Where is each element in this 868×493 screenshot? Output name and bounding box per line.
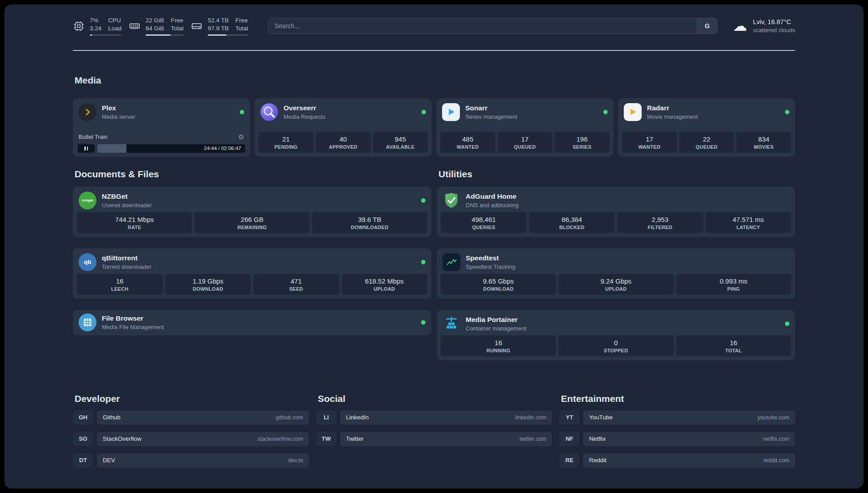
- bookmark-linkedin[interactable]: LI LinkedIn linkedin.com: [316, 410, 552, 425]
- stat-tile: 1.19 Gbps DOWNLOAD: [165, 274, 251, 295]
- service-card-portainer[interactable]: Media Portainer Container management 16 …: [437, 310, 795, 360]
- service-name: File Browser: [102, 314, 164, 322]
- stat-label: LEECH: [79, 286, 161, 292]
- bookmark-reddit[interactable]: RE Reddit reddit.com: [559, 453, 795, 468]
- status-dot: [421, 320, 426, 325]
- speedtest-stats: 9.65 Gbps DOWNLOAD 9.24 Gbps UPLOAD 0.99…: [441, 274, 791, 295]
- service-card-sonarr[interactable]: Sonarr Series management 485 WANTED 17 Q…: [436, 98, 613, 157]
- stat-label: AVAILABLE: [375, 144, 426, 150]
- adguard-icon: [442, 192, 460, 209]
- service-description: Usenet downloader: [102, 202, 152, 209]
- status-dot: [240, 110, 244, 114]
- stat-label: LATENCY: [707, 225, 790, 230]
- service-name: AdGuard Home: [466, 192, 519, 201]
- portainer-header: Media Portainer Container management: [441, 314, 791, 334]
- disk-values: 52.4 TB 97.9 TB: [208, 17, 229, 33]
- stat-tile: 16 LEECH: [77, 274, 163, 295]
- service-card-radarr[interactable]: Radarr Movie management 17 WANTED 22 QUE…: [618, 98, 795, 157]
- bookmark-url: reddit.com: [764, 457, 789, 464]
- stat-value: 39.6 TB: [314, 216, 426, 223]
- stat-tile: 9.24 Gbps UPLOAD: [558, 274, 673, 295]
- memory-free: 22 GiB: [146, 17, 164, 25]
- stat-value: 498,461: [442, 216, 525, 223]
- disk-total: 97.9 TB: [208, 25, 229, 33]
- stat-tile: 22 QUEUED: [679, 132, 734, 153]
- stat-label: UPLOAD: [560, 286, 672, 292]
- section-title-social: Social: [318, 393, 552, 404]
- search-provider-button[interactable]: G: [697, 18, 717, 33]
- weather-location: Lviv, 16.87°C: [753, 18, 795, 25]
- status-dot: [785, 110, 789, 114]
- search-bar: G: [268, 18, 718, 34]
- bookmark-youtube[interactable]: YT YouTube youtube.com: [559, 410, 795, 425]
- service-card-qbittorrent[interactable]: qb qBittorrent Torrent downloader 16 LEE…: [73, 248, 431, 299]
- stat-label: DOWNLOAD: [167, 286, 250, 292]
- stat-value: 471: [255, 277, 338, 285]
- header-divider: [73, 50, 795, 51]
- service-description: DNS and adblocking: [466, 202, 519, 209]
- bookmark-netflix[interactable]: NF Netflix netflix.com: [559, 432, 795, 446]
- bookmark-stackoverflow[interactable]: SO StackOverflow stackoverflow.com: [73, 432, 309, 446]
- service-card-plex[interactable]: Plex Media server Bullet Train ⚙ 24:44 /…: [73, 98, 250, 157]
- service-description: Movie management: [647, 113, 698, 120]
- cpu-icon: [73, 20, 85, 32]
- sonarr-stats: 485 WANTED 17 QUEUED 196 SERIES: [440, 132, 609, 153]
- bookmark-abbr: NF: [559, 432, 580, 446]
- stat-label: QUEUED: [499, 144, 551, 150]
- stat-value: 16: [678, 339, 789, 347]
- bookmark-twitter[interactable]: TW Twitter twitter.com: [316, 432, 552, 446]
- stat-label: APPROVED: [317, 144, 369, 150]
- service-description: Series management: [465, 113, 517, 120]
- status-dot: [785, 322, 789, 326]
- plex-icon: [79, 103, 96, 121]
- service-description: Torrent downloader: [102, 263, 151, 270]
- service-card-adguard[interactable]: AdGuard Home DNS and adblocking 498,461 …: [437, 187, 795, 237]
- disk-widget: 52.4 TB 97.9 TB Free Total: [191, 17, 248, 36]
- cpu-values: 7% 3.24: [90, 17, 101, 33]
- stat-label: UPLOAD: [343, 286, 426, 292]
- search-input[interactable]: [268, 18, 697, 33]
- stat-label: WANTED: [442, 144, 493, 150]
- stat-tile: 2,953 FILTERED: [617, 212, 703, 233]
- adguard-header: AdGuard Home DNS and adblocking: [441, 191, 791, 210]
- nzbget-header: nzbget NZBGet Usenet downloader: [77, 191, 427, 210]
- stat-value: 0: [560, 339, 672, 347]
- stat-value: 0.993 ms: [678, 277, 789, 285]
- gear-icon[interactable]: ⚙: [238, 133, 244, 141]
- weather-condition: scattered clouds: [753, 27, 795, 33]
- bookmark-abbr: TW: [316, 432, 337, 446]
- service-card-filebrowser[interactable]: File Browser Media File Management: [73, 310, 431, 335]
- bookmarks-developer: Developer GH Github github.com SO StackO…: [73, 393, 309, 475]
- stat-tile: 618.52 Mbps UPLOAD: [342, 274, 428, 295]
- stat-label: TOTAL: [678, 348, 789, 353]
- service-card-speedtest[interactable]: Speedtest Speedtest Tracking 9.65 Gbps D…: [437, 248, 795, 299]
- service-description: Speedtest Tracking: [466, 263, 515, 270]
- bookmark-pill: DEV dev.to: [97, 453, 309, 468]
- stat-value: 1.19 Gbps: [167, 277, 250, 285]
- bookmark-name: Reddit: [589, 457, 606, 464]
- stat-tile: 266 GB REMAINING: [194, 212, 309, 233]
- service-description: Container management: [466, 325, 526, 332]
- disk-icon: [191, 20, 203, 32]
- pause-button[interactable]: [78, 144, 95, 153]
- radarr-stats: 17 WANTED 22 QUEUED 834 MOVIES: [622, 132, 791, 153]
- stat-value: 17: [499, 135, 551, 143]
- playback-progress-bar[interactable]: 24:44 / 02:06:47: [97, 144, 245, 153]
- stat-tile: 16 RUNNING: [441, 335, 556, 356]
- stat-label: BLOCKED: [531, 225, 613, 230]
- bookmarks-social: Social LI LinkedIn linkedin.com TW Twitt…: [316, 393, 552, 453]
- stat-label: FILTERED: [619, 225, 701, 230]
- bookmark-abbr: SO: [73, 432, 93, 446]
- bookmark-pill: Twitter twitter.com: [340, 432, 552, 446]
- bookmark-pill: StackOverflow stackoverflow.com: [97, 432, 309, 446]
- bookmark-url: github.com: [276, 414, 303, 421]
- now-playing-title: Bullet Train: [79, 134, 108, 140]
- stat-value: 196: [556, 135, 608, 143]
- bookmark-dev-to[interactable]: DT DEV dev.to: [73, 453, 309, 468]
- service-card-overseerr[interactable]: Overseerr Media Requests 21 PENDING 40 A…: [255, 98, 432, 157]
- stat-tile: 40 APPROVED: [316, 132, 371, 153]
- stat-label: SEED: [255, 286, 338, 292]
- speedtest-icon: [442, 253, 460, 271]
- bookmark-github[interactable]: GH Github github.com: [73, 410, 309, 425]
- service-card-nzbget[interactable]: nzbget NZBGet Usenet downloader 744.21 M…: [73, 187, 431, 237]
